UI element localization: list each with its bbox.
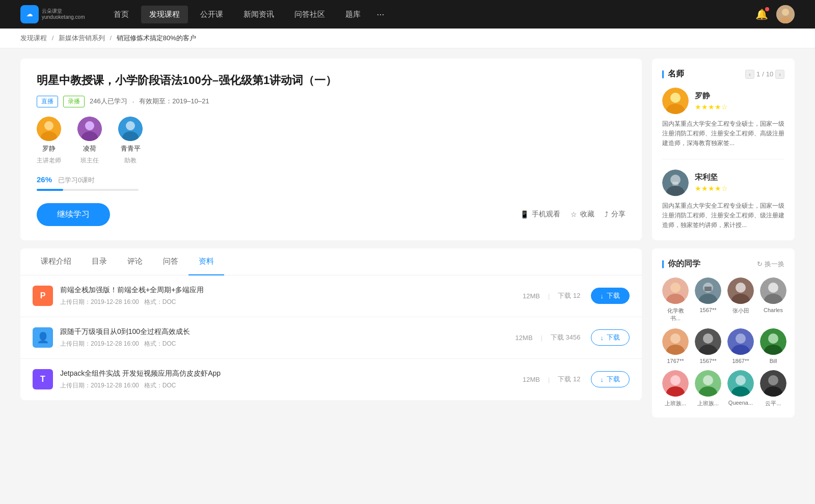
content-area: 明星中教授课，小学阶段语法100分–强化级第1讲动词（一） 直播 录播 246人… [20, 59, 642, 426]
teacher-avatar-1 [37, 117, 61, 141]
resource-meta-1: 上传日期：2019-12-28 16:00 格式：DOC [60, 298, 523, 306]
teacher-card-1: 罗静 ★★★★☆ 国内某重点大学安全工程专业硕士，国家一级注册消防工程师、注册安… [662, 88, 784, 159]
tab-review[interactable]: 评论 [117, 248, 153, 275]
tab-qa[interactable]: 问答 [153, 248, 188, 275]
separator: · [132, 98, 134, 105]
mobile-icon: 📱 [520, 210, 529, 218]
classmate-name-1: 1567** [699, 307, 716, 313]
resource-info-2: 跟随千万级项目从0到100全过程高效成长 上传日期：2019-12-28 16:… [60, 327, 515, 348]
svg-point-20 [670, 283, 681, 293]
teacher-card-header-1: 罗静 ★★★★☆ [662, 88, 784, 114]
continue-learning-button[interactable]: 继续学习 [37, 203, 110, 226]
tabs-content: P 前端全栈加强版！前端全栈+全周期+多端应用 上传日期：2019-12-28 … [20, 275, 642, 400]
bell-icon[interactable]: 🔔 [755, 8, 768, 20]
classmate-avatar-1 [695, 277, 721, 304]
share-icon: ⤴ [605, 210, 608, 218]
nav-more-button[interactable]: ··· [373, 7, 389, 22]
refresh-classmates-button[interactable]: ↻ 换一换 [757, 260, 784, 269]
nav-item-home[interactable]: 首页 [105, 6, 137, 23]
resource-item-3: T Jetpack全组件实战 开发短视频应用高仿皮皮虾App 上传日期：2019… [20, 359, 642, 400]
tab-intro[interactable]: 课程介绍 [31, 248, 82, 275]
classmate-item-4: 1767** [662, 328, 689, 364]
resource-icon-1: P [33, 286, 53, 306]
mobile-watch-button[interactable]: 📱 手机观看 [520, 210, 560, 219]
teacher-role-1: 主讲老师 [37, 156, 61, 165]
classmate-name-6: 1867** [732, 358, 749, 364]
classmate-avatar-4 [662, 328, 689, 355]
teacher-1: 罗静 主讲老师 [37, 117, 61, 165]
logo[interactable]: ☁ 云朵课堂 yunduoketang.com [20, 5, 85, 23]
badge-record: 录播 [63, 96, 85, 107]
svg-point-7 [85, 121, 94, 130]
teachers-panel-nav: ‹ 1 / 10 › [745, 70, 784, 79]
classmates-grid: 化学教书... 1567** 张小田 [662, 277, 784, 407]
breadcrumb-sep-2: / [110, 34, 112, 42]
classmate-name-4: 1767** [667, 358, 684, 364]
classmate-item-9: 上班族... [695, 370, 721, 407]
resource-item-1: P 前端全栈加强版！前端全栈+全周期+多端应用 上传日期：2019-12-28 … [20, 275, 642, 317]
svg-point-42 [768, 333, 778, 344]
download-icon-2: ↓ [601, 334, 604, 342]
svg-point-4 [44, 121, 53, 130]
valid-until: 有效期至：2019–10–21 [139, 97, 209, 106]
breadcrumb-link-2[interactable]: 新媒体营销系列 [59, 34, 105, 42]
nav-item-quiz[interactable]: 题库 [337, 6, 369, 23]
main-container: 明星中教授课，小学阶段语法100分–强化级第1讲动词（一） 直播 录播 246人… [0, 48, 815, 436]
teacher-name-3: 青青平 [121, 144, 141, 153]
nav-right: 🔔 [755, 5, 795, 23]
collect-button[interactable]: ☆ 收藏 [570, 210, 594, 219]
resource-stats-1: 12MB | 下载 12 [523, 291, 580, 300]
download-button-2[interactable]: ↓ 下载 [591, 329, 630, 346]
tab-resources[interactable]: 资料 [188, 248, 224, 275]
classmate-item-5: 1567** [695, 328, 721, 364]
download-icon-3: ↓ [601, 376, 604, 383]
svg-point-39 [736, 333, 746, 344]
svg-point-1 [782, 9, 789, 16]
breadcrumb: 发现课程 / 新媒体营销系列 / 销冠修炼术搞定80%的客户 [0, 29, 815, 48]
svg-point-36 [703, 333, 713, 344]
nav-item-public[interactable]: 公开课 [192, 6, 231, 23]
teacher-card-avatar-2 [662, 170, 689, 196]
svg-point-45 [670, 375, 681, 385]
teacher-card-name-1: 罗静 [695, 91, 784, 101]
nav-item-news[interactable]: 新闻资讯 [235, 6, 282, 23]
course-title: 明星中教授课，小学阶段语法100分–强化级第1讲动词（一） [37, 73, 626, 89]
teacher-card-avatar-1 [662, 88, 689, 114]
progress-section: 26% 已学习0课时 [37, 175, 626, 191]
svg-rect-25 [704, 287, 712, 291]
resource-title-1: 前端全栈加强版！前端全栈+全周期+多端应用 [60, 286, 523, 295]
classmate-avatar-8 [662, 370, 689, 397]
svg-point-10 [126, 121, 135, 130]
breadcrumb-sep-1: / [52, 34, 54, 42]
breadcrumb-link-1[interactable]: 发现课程 [20, 34, 47, 42]
students-count: 246人已学习 [90, 97, 127, 106]
logo-icon: ☁ [20, 5, 39, 23]
user-avatar[interactable] [776, 5, 795, 23]
classmate-avatar-3 [760, 277, 786, 304]
tabs-card: 课程介绍 目录 评论 问答 资料 P 前端全栈加强版！前端全栈+全周期+多端应用… [20, 248, 642, 400]
download-button-3[interactable]: ↓ 下载 [591, 371, 630, 387]
progress-bar-bg [37, 189, 139, 191]
nav-item-discover[interactable]: 发现课程 [141, 6, 188, 23]
download-button-1[interactable]: ↓ 下载 [591, 288, 630, 304]
resource-info-1: 前端全栈加强版！前端全栈+全周期+多端应用 上传日期：2019-12-28 16… [60, 286, 523, 306]
svg-point-48 [703, 375, 713, 385]
classmate-name-10: Queena... [728, 400, 753, 406]
logo-text: 云朵课堂 yunduoketang.com [42, 8, 85, 20]
classmate-item-0: 化学教书... [662, 277, 689, 322]
share-button[interactable]: ⤴ 分享 [605, 210, 626, 219]
classmate-avatar-6 [727, 328, 754, 355]
classmate-name-0: 化学教书... [662, 307, 689, 322]
teacher-name-2: 凌荷 [83, 144, 96, 153]
teacher-next-button[interactable]: › [775, 70, 784, 79]
resource-icon-3: T [33, 369, 53, 389]
teacher-card-info-2: 宋利坚 ★★★★☆ [695, 173, 784, 192]
tab-catalog[interactable]: 目录 [82, 248, 117, 275]
svg-point-27 [736, 283, 746, 293]
teacher-prev-button[interactable]: ‹ [745, 70, 754, 79]
classmate-avatar-7 [760, 328, 786, 355]
teachers-list: 罗静 主讲老师 凌荷 班主任 [37, 117, 626, 165]
nav-item-qa[interactable]: 问答社区 [286, 6, 333, 23]
classmates-panel: 你的同学 ↻ 换一换 化学教书... [652, 248, 795, 417]
teacher-card-2: 宋利坚 ★★★★☆ 国内某重点大学安全工程专业硕士，国家一级注册消防工程师、注册… [662, 170, 784, 231]
